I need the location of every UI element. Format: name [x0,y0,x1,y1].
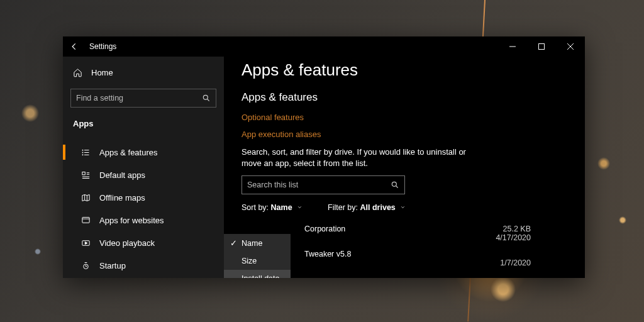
sort-by-value: Name [271,203,292,212]
svg-rect-12 [82,172,84,174]
sidebar-item-label: Video playback [99,238,155,248]
filter-by-label: Filter by: [328,203,358,212]
sidebar-item-apps-features[interactable]: Apps & features [63,141,224,164]
maximize-button[interactable] [527,36,556,57]
find-setting-input[interactable]: Find a setting [70,89,216,108]
sort-option-name[interactable]: Name [224,234,291,252]
sort-by-dropdown[interactable]: Sort by: Name [242,203,303,212]
section-title: Apps & features [242,91,567,104]
app-list-item[interactable]: Corporation 25.2 KB 4/17/2020 [304,221,531,246]
app-list-item[interactable]: Tweaker v5.8 1/7/2020 [304,246,531,271]
chevron-down-icon [297,204,303,210]
website-icon [80,215,91,225]
sidebar-item-label: Apps & features [99,148,158,157]
sidebar: Home Find a setting Apps Apps & features [63,57,224,278]
sidebar-item-label: Apps for websites [99,216,164,225]
sort-option-install-date[interactable]: Install date [224,270,291,278]
sidebar-section-apps: Apps [63,115,224,132]
app-size: 25.2 KB [503,225,531,233]
app-execution-aliases-link[interactable]: App execution aliases [242,130,567,139]
sidebar-item-offline-maps[interactable]: Offline maps [63,186,224,209]
filter-by-dropdown[interactable]: Filter by: All drives [328,203,406,212]
sort-by-label: Sort by: [242,203,269,212]
filter-by-value: All drives [360,203,396,212]
svg-rect-1 [539,44,545,50]
settings-window: Settings Home Find a setting [63,36,585,278]
page-title: Apps & features [242,60,567,80]
svg-line-5 [208,99,209,101]
chevron-down-icon [400,204,406,210]
search-list-placeholder: Search this list [247,180,298,189]
sidebar-item-label: Default apps [99,170,145,180]
defaults-icon [80,170,91,180]
svg-line-28 [396,186,398,188]
svg-marker-22 [85,242,87,244]
close-button[interactable] [556,36,585,57]
back-button[interactable] [68,40,80,53]
sidebar-item-startup[interactable]: Startup [63,254,224,277]
sidebar-item-video-playback[interactable]: Video playback [63,231,224,254]
sort-option-size[interactable]: Size [224,252,291,270]
svg-point-27 [392,182,396,187]
svg-point-4 [203,95,208,99]
svg-rect-19 [82,217,89,223]
sidebar-item-apps-for-websites[interactable]: Apps for websites [63,209,224,231]
search-app-list-input[interactable]: Search this list [242,175,405,194]
home-icon [73,68,82,77]
home-label: Home [91,68,113,77]
title-bar: Settings [63,36,585,57]
app-name-fragment: Tweaker v5.8 [304,250,351,258]
app-install-date: 1/7/2020 [500,258,531,267]
startup-icon [80,260,91,270]
sidebar-item-label: Offline maps [99,193,145,203]
sidebar-item-label: Startup [99,261,126,270]
sidebar-item-default-apps[interactable]: Default apps [63,164,224,186]
window-title: Settings [89,42,116,51]
list-icon [80,147,91,157]
sort-dropdown-menu: Name Size Install date [224,234,291,278]
minimize-button[interactable] [498,36,527,57]
find-setting-placeholder: Find a setting [76,94,123,103]
search-icon [391,180,399,189]
map-icon [80,192,91,203]
optional-features-link[interactable]: Optional features [242,113,567,122]
home-nav[interactable]: Home [63,63,224,82]
main-content: Apps & features Apps & features Optional… [224,57,585,278]
search-icon [202,94,211,103]
video-icon [80,238,91,248]
apps-description: Search, sort, and filter by drive. If yo… [242,147,480,169]
app-install-date: 4/17/2020 [496,233,531,242]
app-name-fragment: Corporation [304,225,345,233]
